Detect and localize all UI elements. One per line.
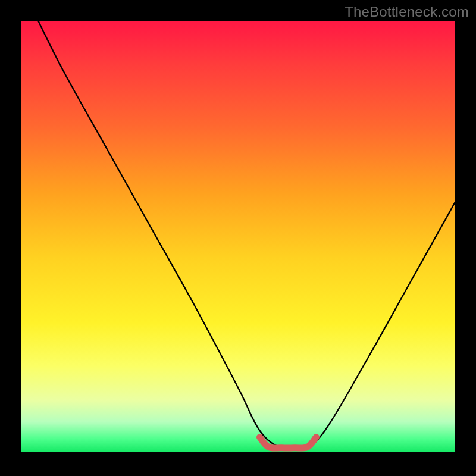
chart-frame: TheBottleneck.com	[0, 0, 476, 476]
curve-black	[38, 21, 455, 450]
watermark-text: TheBottleneck.com	[345, 4, 469, 20]
curve-red-flat	[260, 437, 317, 449]
chart-svg	[21, 21, 455, 452]
chart-plot-area	[21, 21, 455, 452]
